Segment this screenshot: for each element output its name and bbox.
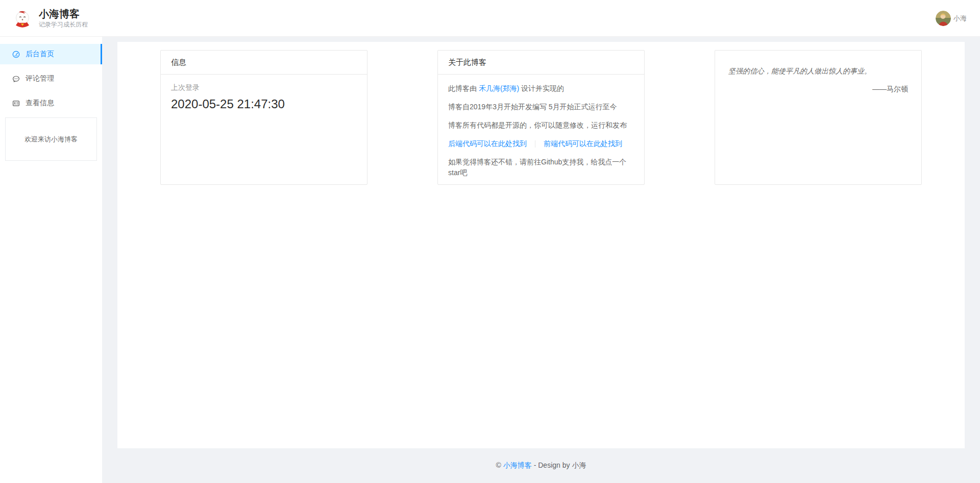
cards-row: 信息 上次登录 2020-05-25 21:47:30 关于此博客 此博客由 禾… xyxy=(117,42,965,185)
footer-middle-text: - Design by xyxy=(534,461,570,469)
last-login-label: 上次登录 xyxy=(171,83,357,92)
quote-text: 坚强的信心，能使平凡的人做出惊人的事业。 xyxy=(728,66,908,76)
about-card: 关于此博客 此博客由 禾几海(郑海) 设计并实现的 博客自2019年3月开始开发… xyxy=(437,50,645,185)
user-name: 小海 xyxy=(953,14,967,23)
last-login-value: 2020-05-25 21:47:30 xyxy=(171,97,357,111)
about-line1-prefix: 此博客由 xyxy=(448,84,479,92)
about-line-links: 后端代码可以在此处找到前端代码可以在此处找到 xyxy=(448,138,634,149)
sidebar-item-label: 后台首页 xyxy=(26,50,54,59)
copyright-symbol: © xyxy=(496,461,501,469)
info-card: 信息 上次登录 2020-05-25 21:47:30 xyxy=(160,50,368,185)
sidebar: 后台首页 评论管理 xyxy=(0,37,102,483)
main-area: 信息 上次登录 2020-05-25 21:47:30 关于此博客 此博客由 禾… xyxy=(102,37,980,483)
about-card-title: 关于此博客 xyxy=(438,51,644,75)
welcome-box: 欢迎来访小海博客 xyxy=(5,117,97,161)
info-card-title: 信息 xyxy=(161,51,367,75)
site-subtitle: 记录学习成长历程 xyxy=(39,20,88,29)
site-logo-link[interactable]: 小海博客 记录学习成长历程 xyxy=(12,8,88,29)
dashboard-icon xyxy=(12,51,20,58)
about-line-author: 此博客由 禾几海(郑海) 设计并实现的 xyxy=(448,83,634,94)
sidebar-menu: 后台首页 评论管理 xyxy=(0,37,102,113)
sidebar-item-comments[interactable]: 评论管理 xyxy=(0,68,102,89)
about-line-star: 如果觉得博客还不错，请前往Github支持我，给我点一个star吧 xyxy=(448,157,634,178)
content-panel: 信息 上次登录 2020-05-25 21:47:30 关于此博客 此博客由 禾… xyxy=(117,42,965,448)
layout: 后台首页 评论管理 xyxy=(0,37,980,483)
welcome-text: 欢迎来访小海博客 xyxy=(24,135,78,144)
site-title: 小海博客 xyxy=(39,8,88,20)
footer-site-link[interactable]: 小海博客 xyxy=(503,461,532,469)
app-header: 小海博客 记录学习成长历程 小海 xyxy=(0,0,980,37)
sidebar-item-label: 评论管理 xyxy=(26,74,54,83)
sidebar-item-label: 查看信息 xyxy=(26,99,54,108)
frontend-code-link[interactable]: 前端代码可以在此处找到 xyxy=(544,139,622,148)
page-footer: © 小海博客 - Design by 小海 xyxy=(117,448,965,483)
idcard-icon xyxy=(12,100,20,107)
about-line-history: 博客自2019年3月开始开发编写 5月开始正式运行至今 xyxy=(448,102,634,112)
sidebar-item-dashboard[interactable]: 后台首页 xyxy=(0,44,102,64)
vertical-divider xyxy=(535,140,535,148)
author-link[interactable]: 禾几海(郑海) xyxy=(479,84,519,92)
quote-author: ——马尔顿 xyxy=(728,84,908,94)
sidebar-item-view-info[interactable]: 查看信息 xyxy=(0,93,102,113)
about-line1-suffix: 设计并实现的 xyxy=(519,84,564,92)
user-menu[interactable]: 小海 xyxy=(936,11,967,26)
comment-icon xyxy=(12,75,20,83)
cartoon-superboy-logo-icon xyxy=(12,8,33,29)
user-avatar-icon xyxy=(936,11,951,26)
quote-card: 坚强的信心，能使平凡的人做出惊人的事业。 ——马尔顿 xyxy=(715,50,922,185)
footer-author: 小海 xyxy=(572,461,586,469)
backend-code-link[interactable]: 后端代码可以在此处找到 xyxy=(448,139,527,148)
about-line-opensource: 博客所有代码都是开源的，你可以随意修改，运行和发布 xyxy=(448,120,634,131)
